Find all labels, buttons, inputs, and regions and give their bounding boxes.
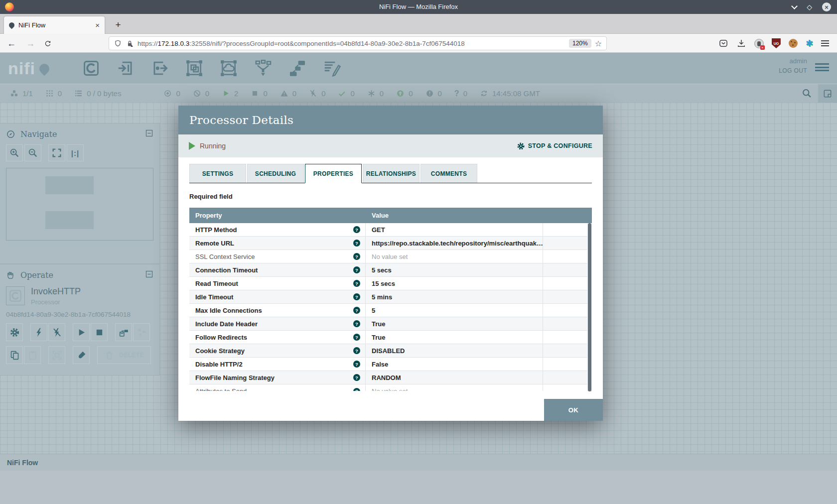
help-icon[interactable]: ?	[353, 320, 360, 327]
lock-icon[interactable]	[126, 39, 134, 48]
row-filler	[543, 304, 592, 317]
help-icon[interactable]: ?	[353, 307, 360, 314]
property-name-cell: Remote URL?	[189, 237, 366, 250]
nifi-favicon	[8, 21, 16, 29]
enable-button[interactable]	[30, 323, 47, 341]
zoom-in-button[interactable]	[6, 144, 23, 161]
cookie-extension-icon[interactable]	[789, 39, 798, 48]
property-name: FlowFile Naming Strategy	[195, 374, 275, 381]
help-icon[interactable]: ?	[353, 388, 360, 391]
tab-relationships[interactable]: RELATIONSHIPS	[363, 164, 419, 183]
stop-and-configure-button[interactable]: STOP & CONFIGURE	[517, 142, 592, 150]
property-value: 5	[366, 304, 543, 317]
back-button[interactable]: ←	[7, 37, 16, 50]
help-icon[interactable]: ?	[353, 280, 360, 287]
browser-menu-icon[interactable]	[821, 40, 829, 46]
window-close-icon[interactable]: ×	[822, 2, 831, 11]
property-value: RANDOM	[366, 371, 543, 384]
property-value: False	[366, 358, 543, 371]
new-tab-button[interactable]: +	[112, 18, 125, 31]
collapse-navigate-icon[interactable]	[145, 129, 153, 139]
label-drag-icon[interactable]	[320, 57, 343, 79]
property-value: 5 secs	[366, 263, 543, 276]
help-icon[interactable]: ?	[353, 374, 360, 381]
url-bar[interactable]: https://172.18.0.3:32558/nifi/?processGr…	[109, 36, 607, 50]
forward-button[interactable]: →	[26, 37, 35, 50]
property-name: Connection Timeout	[195, 266, 258, 274]
scrollbar-thumb[interactable]	[588, 223, 591, 391]
help-icon[interactable]: ?	[353, 347, 360, 354]
tracking-shield-icon[interactable]	[114, 39, 122, 48]
transmitting-icon	[163, 89, 172, 98]
window-maximize-icon[interactable]: ◇	[807, 3, 812, 10]
help-icon[interactable]: ?	[353, 334, 360, 341]
start-button[interactable]	[73, 323, 90, 341]
row-filler	[543, 317, 592, 330]
search-button[interactable]	[795, 84, 818, 103]
create-template-button[interactable]	[115, 323, 132, 341]
funnel-drag-icon[interactable]	[252, 57, 275, 79]
tab-settings[interactable]: SETTINGS	[189, 164, 246, 183]
birdseye-map[interactable]	[6, 168, 153, 241]
collapse-operate-icon[interactable]	[145, 270, 153, 280]
property-name-cell: HTTP Method?	[189, 223, 366, 236]
property-name: Remote URL	[195, 240, 234, 247]
delete-button[interactable]: DELETE	[97, 346, 151, 364]
configure-button[interactable]	[6, 323, 23, 341]
help-icon[interactable]: ?	[353, 240, 360, 247]
help-icon[interactable]: ?	[353, 266, 360, 273]
tab-comments[interactable]: COMMENTS	[420, 164, 477, 183]
privacy-extension-icon[interactable]	[754, 39, 764, 48]
template-drag-icon[interactable]	[286, 57, 309, 79]
global-menu-icon[interactable]	[815, 63, 829, 71]
zoom-out-button[interactable]	[24, 144, 41, 161]
flow-settings-button[interactable]	[818, 84, 837, 103]
zoom-actual-size-button[interactable]: |:|	[67, 144, 84, 161]
help-icon[interactable]: ?	[353, 293, 360, 300]
ublock-icon[interactable]: UO	[772, 38, 781, 48]
remote-process-group-drag-icon[interactable]	[217, 57, 240, 79]
change-color-button[interactable]	[73, 346, 90, 364]
property-name-cell: Max Idle Connections?	[189, 304, 366, 317]
refresh-icon[interactable]	[480, 89, 488, 98]
property-name: Max Idle Connections	[195, 307, 262, 314]
copy-button[interactable]	[6, 346, 23, 364]
group-button[interactable]	[48, 346, 65, 364]
processor-drag-icon[interactable]	[80, 57, 103, 79]
pocket-icon[interactable]	[718, 38, 728, 48]
locally-modified-stale-icon	[425, 89, 434, 98]
reload-button[interactable]	[44, 39, 52, 47]
property-row: Include Date Header?True	[189, 317, 592, 331]
input-port-drag-icon[interactable]	[114, 57, 137, 79]
zoom-fit-button[interactable]	[48, 144, 65, 161]
row-filler	[543, 344, 592, 357]
logout-link[interactable]: LOG OUT	[779, 67, 807, 74]
help-icon[interactable]: ?	[353, 361, 360, 368]
stopped-icon	[251, 89, 259, 98]
disable-button[interactable]	[48, 323, 65, 341]
extension-asterisk-icon[interactable]: ✱	[806, 39, 813, 48]
window-minimize-icon[interactable]	[791, 3, 798, 9]
status-refresh: 14:45:08 GMT	[480, 89, 540, 98]
output-port-drag-icon[interactable]	[148, 57, 171, 79]
table-scrollbar[interactable]	[587, 223, 592, 391]
bookmark-star-icon[interactable]: ☆	[595, 39, 602, 48]
browser-tab[interactable]: NiFi Flow ×	[4, 16, 105, 34]
ok-button[interactable]: OK	[544, 399, 603, 421]
breadcrumb-root-link[interactable]: NiFi Flow	[7, 459, 38, 467]
help-icon[interactable]: ?	[353, 226, 360, 233]
not-transmitting-icon	[193, 89, 201, 98]
tab-properties[interactable]: PROPERTIES	[305, 164, 362, 183]
tab-scheduling[interactable]: SCHEDULING	[247, 164, 304, 183]
paste-button[interactable]	[24, 346, 41, 364]
process-group-drag-icon[interactable]	[183, 57, 206, 79]
stop-button[interactable]	[91, 323, 108, 341]
download-icon[interactable]	[736, 38, 746, 48]
tab-close-icon[interactable]: ×	[95, 21, 100, 29]
processor-status-row: Running STOP & CONFIGURE	[178, 134, 603, 157]
help-icon[interactable]: ?	[353, 253, 360, 260]
upload-template-button[interactable]	[133, 323, 150, 341]
property-row: Attributes to Send?No value set	[189, 384, 592, 391]
status-cluster: 1/1	[10, 89, 33, 98]
page-zoom-badge[interactable]: 120%	[569, 39, 591, 48]
